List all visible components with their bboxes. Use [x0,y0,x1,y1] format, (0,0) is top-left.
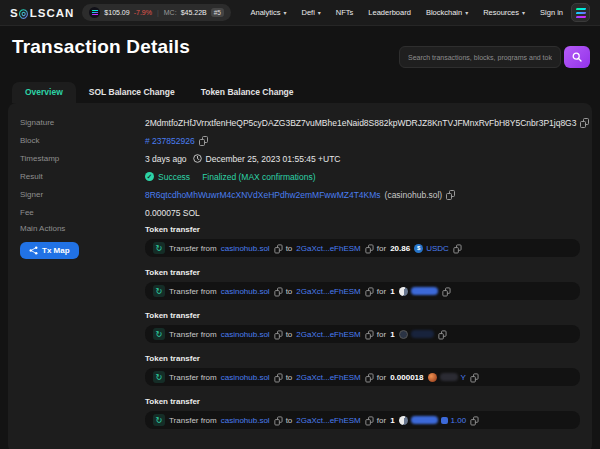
main-actions-row: Main Actions Tx Map Token transfer ↻ Tra… [20,224,580,440]
transfer-icon: ↻ [153,242,165,254]
copy-icon[interactable] [470,373,477,381]
token-transfer-row: ↻ Transfer from casinohub.sol to 2GaXct.… [145,239,580,257]
token-transfer-section: Token transfer ↻ Transfer from casinohub… [145,268,580,300]
token-transfer-row: ↻ Transfer from casinohub.sol to 2GaXct.… [145,411,580,429]
token-price-value: 1.00 [451,416,467,425]
transfer-icon: ↻ [153,414,165,426]
token-transfer-row: ↻ Transfer from casinohub.sol to 2GaXct.… [145,368,580,386]
block-label: Block [20,136,145,145]
copy-icon[interactable] [365,373,372,381]
transfer-icon: ↻ [153,285,165,297]
token-name-redacted [411,416,438,424]
copy-icon[interactable] [274,416,281,424]
from-address-link[interactable]: casinohub.sol [221,416,270,425]
copy-icon[interactable] [199,136,207,145]
sol-price-pill[interactable]: $105.09 -7.9% | MC: $45.22B #5 [82,4,231,21]
solana-network-button[interactable] [571,3,590,22]
search-input[interactable] [399,46,561,68]
token-transfer-section: Token transfer ↻ Transfer from casinohub… [145,354,580,386]
signature-value: 2MdmtfoZHfJVrrxtfenHeQP5cyDAZG3BZ7vuMBhe… [145,118,576,128]
timestamp-relative: 3 days ago [145,154,187,164]
transfer-icon: ↻ [153,328,165,340]
navbar: S◎LSCAN $105.09 -7.9% | MC: $45.22B #5 A… [0,0,600,26]
copy-icon[interactable] [471,416,478,424]
main-actions-label: Main Actions [20,224,145,233]
success-check-icon: ✓ [145,172,154,181]
copy-icon[interactable] [442,287,449,295]
tx-map-button[interactable]: Tx Map [20,242,79,259]
token-transfer-heading: Token transfer [145,354,580,363]
signer-address-link[interactable]: 8R6qtcdhoMhWuwrM4cXNVdXeHPdhw2emMFwwMZ4T… [145,190,381,200]
transfer-amount: 20.86 [390,244,410,253]
to-address-link[interactable]: 2GaXct...eFhESM [296,416,360,425]
copy-icon[interactable] [365,244,372,252]
tab-overview[interactable]: Overview [12,82,76,103]
block-link[interactable]: # 237852926 [145,136,195,146]
solana-coin-icon [89,7,100,18]
token-transfer-heading: Token transfer [145,268,580,277]
from-address-link[interactable]: casinohub.sol [221,330,270,339]
token-transfer-heading: Token transfer [145,311,580,320]
token-name-link[interactable]: USDC [426,244,449,253]
transfers-list: Token transfer ↻ Transfer from casinohub… [145,224,580,440]
signature-row: Signature 2MdmtfoZHfJVrrxtfenHeQP5cyDAZG… [20,116,580,129]
fee-row: Fee 0.000075 SOL [20,206,580,219]
signer-row: Signer 8R6qtcdhoMhWuwrM4cXNVdXeHPdhw2emM… [20,188,580,201]
nav-item-sign-in[interactable]: Sign in [540,8,563,17]
nav-item-resources[interactable]: Resources ▾ [483,8,525,17]
from-address-link[interactable]: casinohub.sol [221,287,270,296]
search-button[interactable] [564,46,590,68]
rank-badge: #5 [211,8,224,17]
search-box [399,46,590,68]
sol-price: $105.09 [104,9,129,16]
result-row: Result ✓ Success Finalized (MAX confirma… [20,170,580,183]
copy-icon[interactable] [438,330,445,338]
usdc-icon: $ [414,244,423,253]
copy-icon[interactable] [274,244,281,252]
copy-icon[interactable] [580,118,588,127]
token-price-icon [441,417,448,424]
nav-item-blockchain[interactable]: Blockchain ▾ [426,8,468,17]
copy-icon[interactable] [274,330,281,338]
result-status: Success [158,172,190,182]
copy-icon[interactable] [453,244,460,252]
to-address-link[interactable]: 2GaXct...eFhESM [296,330,360,339]
token-chip [399,287,438,296]
clock-icon [193,154,202,163]
token-transfer-section: Token transfer ↻ Transfer from casinohub… [145,225,580,257]
to-address-link[interactable]: 2GaXct...eFhESM [296,287,360,296]
block-row: Block # 237852926 [20,134,580,147]
copy-icon[interactable] [365,287,372,295]
nav-menu: Analytics ▾ Defi ▾ NFTs Leaderboard Bloc… [250,8,563,17]
nav-item-leaderboard[interactable]: Leaderboard [368,8,411,17]
tab-token-balance-change[interactable]: Token Balance Change [188,82,307,103]
nav-item-nfts[interactable]: NFTs [336,8,354,17]
solscan-logo[interactable]: S◎LSCAN [10,6,74,20]
solana-logo-icon [575,8,586,10]
copy-icon[interactable] [365,330,372,338]
signer-label: Signer [20,190,145,199]
copy-icon[interactable] [365,416,372,424]
token-chip [399,330,434,339]
nav-item-analytics[interactable]: Analytics ▾ [250,8,286,17]
to-address-link[interactable]: 2GaXct...eFhESM [296,244,360,253]
tab-sol-balance-change[interactable]: SOL Balance Change [76,82,188,103]
token-chip: $USDC [414,244,449,253]
token-name-link[interactable]: Y [461,373,466,382]
to-address-link[interactable]: 2GaXct...eFhESM [296,373,360,382]
token-icon-redacted [399,416,408,425]
nav-item-defi[interactable]: Defi ▾ [301,8,320,17]
from-address-link[interactable]: casinohub.sol [221,373,270,382]
token-transfer-row: ↻ Transfer from casinohub.sol to 2GaXct.… [145,282,580,300]
tab-bar: Overview SOL Balance Change Token Balanc… [12,82,600,103]
copy-icon[interactable] [446,190,454,199]
tx-map-icon [29,246,38,255]
transfer-amount: 1 [390,330,394,339]
timestamp-row: Timestamp 3 days ago December 25, 2023 0… [20,152,580,165]
copy-icon[interactable] [274,287,281,295]
signature-label: Signature [20,118,145,127]
chevron-down-icon: ▾ [318,9,321,16]
copy-icon[interactable] [274,373,281,381]
from-address-link[interactable]: casinohub.sol [221,244,270,253]
sol-price-change: -7.9% [134,9,152,16]
